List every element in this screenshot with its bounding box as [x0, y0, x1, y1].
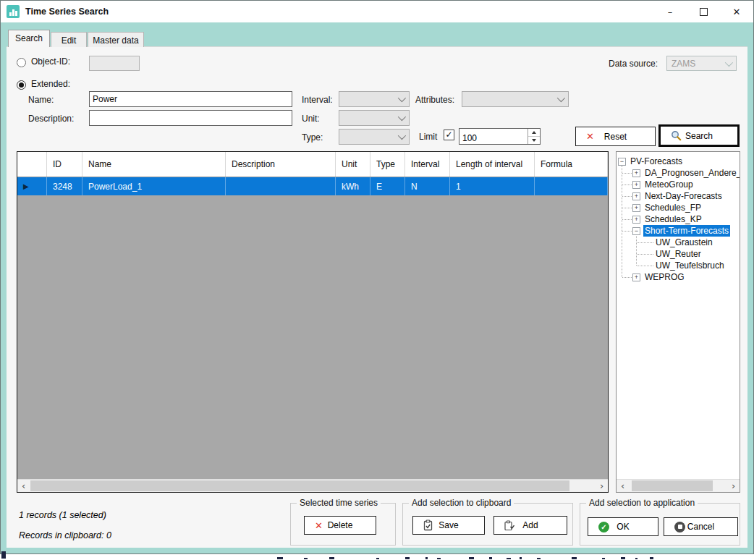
tree-item-meteogroup[interactable]: +MeteoGroup: [617, 179, 740, 190]
limit-spinner: [459, 128, 541, 145]
grid-cell[interactable]: 1: [450, 177, 535, 195]
grid-cell[interactable]: 3248: [47, 177, 82, 195]
tree-item-uw-reuter[interactable]: UW_Reuter: [617, 248, 740, 260]
tree-expand-plus-icon[interactable]: +: [632, 204, 640, 212]
tree-scrollbar-thumb[interactable]: [632, 480, 713, 491]
grid-cell[interactable]: E: [370, 177, 405, 195]
tree-item-uw-teufelsbruch[interactable]: UW_Teufelsbruch: [617, 260, 740, 271]
tree-item-label[interactable]: UW_Graustein: [654, 237, 714, 248]
tab-master-data[interactable]: Master data: [88, 32, 144, 47]
tree-collapse-minus-icon[interactable]: −: [632, 227, 640, 235]
table-row-selected[interactable]: ▶3248PowerLoad_1kWhEN1: [17, 177, 608, 195]
save-button[interactable]: Save: [412, 516, 485, 535]
grid-column-header-type[interactable]: Type: [370, 152, 405, 177]
clipboard-plus-add-icon: [504, 519, 515, 531]
object-id-input[interactable]: [89, 56, 140, 71]
grid-cell[interactable]: [226, 177, 336, 195]
tree-item-label[interactable]: Next-Day-Forecasts: [643, 190, 724, 202]
limit-checkbox[interactable]: ✓: [444, 130, 454, 140]
grid-column-header-description[interactable]: Description: [226, 152, 336, 177]
grid-column-header-formula[interactable]: Formula: [535, 152, 608, 177]
tree-item-label[interactable]: WEPROG: [643, 271, 686, 283]
cancel-stop-circle-icon: [674, 522, 685, 533]
arrow-down-icon: [532, 139, 536, 142]
scroll-right-icon[interactable]: ›: [596, 480, 608, 492]
grid-column-header-name[interactable]: Name: [82, 152, 226, 177]
grid-column-header-id[interactable]: ID: [47, 152, 82, 177]
tree-item-label[interactable]: Short-Term-Forecasts: [643, 225, 730, 237]
title-bar: Time Series Search – ✕: [1, 1, 753, 22]
scroll-right-icon[interactable]: ›: [727, 480, 740, 492]
tree-item-schedules-kp[interactable]: +Schedules_KP: [617, 213, 740, 225]
tree-collapse-minus-icon[interactable]: −: [618, 158, 626, 166]
grid-cell[interactable]: PowerLoad_1: [82, 177, 226, 195]
chevron-down-icon: [398, 132, 406, 140]
add-button[interactable]: Add: [494, 516, 567, 535]
tree-expand-plus-icon[interactable]: +: [632, 192, 640, 200]
grid-scrollbar-thumb[interactable]: [30, 480, 569, 491]
cancel-button[interactable]: Cancel: [664, 517, 738, 536]
maximize-button[interactable]: [687, 1, 720, 22]
grid-cell[interactable]: kWh: [336, 177, 370, 195]
grid-cell[interactable]: [535, 177, 608, 195]
grid-column-header-interval[interactable]: Interval: [405, 152, 450, 177]
grid-row-selector-header[interactable]: [17, 152, 47, 177]
close-button[interactable]: ✕: [720, 1, 753, 22]
interval-combobox[interactable]: [339, 91, 410, 107]
tab-edit[interactable]: Edit: [51, 32, 87, 47]
tree-horizontal-scrollbar[interactable]: ‹ ›: [617, 479, 740, 492]
attributes-combobox[interactable]: [462, 91, 569, 107]
grid-cell[interactable]: N: [405, 177, 450, 195]
extended-radio[interactable]: [17, 80, 26, 90]
data-source-combobox[interactable]: ZAMS: [666, 56, 737, 71]
selected-time-series-group-label: Selected time series: [297, 498, 381, 508]
tree-item-next-day-forecasts[interactable]: +Next-Day-Forecasts: [617, 190, 740, 202]
grid-column-header-unit[interactable]: Unit: [336, 152, 370, 177]
tab-search[interactable]: Search: [8, 30, 50, 47]
application-group: Add selection to application ✓ OK Cancel: [580, 503, 740, 546]
scroll-left-icon[interactable]: ‹: [17, 480, 30, 492]
tree-expand-plus-icon[interactable]: +: [632, 216, 640, 224]
name-input[interactable]: [89, 91, 292, 107]
magnifier-search-icon: [671, 130, 682, 141]
results-grid: IDNameDescriptionUnitTypeIntervalLength …: [17, 151, 609, 493]
grid-rows: ▶3248PowerLoad_1kWhEN1: [17, 177, 608, 195]
object-id-radio[interactable]: [17, 58, 26, 67]
tree-item-pv-forecasts[interactable]: −PV-Forecasts: [617, 156, 740, 167]
tree-connector: [622, 173, 632, 174]
spin-up-button[interactable]: [528, 129, 540, 137]
tree-item-label[interactable]: Schedules_KP: [643, 213, 703, 225]
delete-button[interactable]: ✕ Delete: [304, 516, 376, 535]
grid-column-header-length-of-interval[interactable]: Length of interval: [450, 152, 535, 177]
tree-item-schedules-fp[interactable]: +Schedules_FP: [617, 202, 740, 213]
unit-combobox[interactable]: [339, 110, 410, 126]
tree-expand-plus-icon[interactable]: +: [632, 169, 640, 177]
search-tab-page: Object-ID: Extended: Name: Description: …: [7, 46, 747, 548]
tree-item-label[interactable]: UW_Teufelsbruch: [654, 260, 726, 271]
description-input[interactable]: [89, 110, 292, 126]
tree-item-label[interactable]: MeteoGroup: [643, 179, 695, 190]
search-button[interactable]: Search: [658, 124, 740, 147]
scroll-left-icon[interactable]: ‹: [617, 480, 629, 492]
tree-item-label[interactable]: Schedules_FP: [643, 202, 703, 213]
tree-item-da-prognosen-andere[interactable]: +DA_Prognosen_Andere_: [617, 167, 740, 179]
tree-item-short-term-forecasts[interactable]: −Short-Term-Forecasts: [617, 225, 740, 237]
tree-item-label[interactable]: UW_Reuter: [654, 248, 703, 260]
minimize-button[interactable]: –: [653, 1, 687, 22]
spin-down-button[interactable]: [528, 137, 540, 144]
tree-item-label[interactable]: PV-Forecasts: [629, 156, 684, 167]
tree-item-label[interactable]: DA_Prognosen_Andere_: [643, 167, 740, 179]
tree-item-weprog[interactable]: +WEPROG: [617, 271, 740, 283]
tree-expand-plus-icon[interactable]: +: [632, 181, 640, 189]
tree-expand-plus-icon[interactable]: +: [632, 273, 640, 281]
ok-button[interactable]: ✓ OK: [588, 517, 658, 536]
tree-item-uw-graustein[interactable]: UW_Graustein: [617, 237, 740, 248]
limit-input[interactable]: [459, 129, 532, 147]
type-combobox[interactable]: [339, 129, 410, 145]
reset-button[interactable]: ✕ Reset: [575, 127, 656, 146]
tree-connector: [636, 236, 637, 266]
reset-button-label: Reset: [604, 132, 627, 142]
grid-horizontal-scrollbar[interactable]: ‹ ›: [17, 479, 608, 492]
row-marker-icon: ▶: [17, 177, 47, 195]
category-tree: −PV-Forecasts+DA_Prognosen_Andere_+Meteo…: [616, 151, 740, 493]
